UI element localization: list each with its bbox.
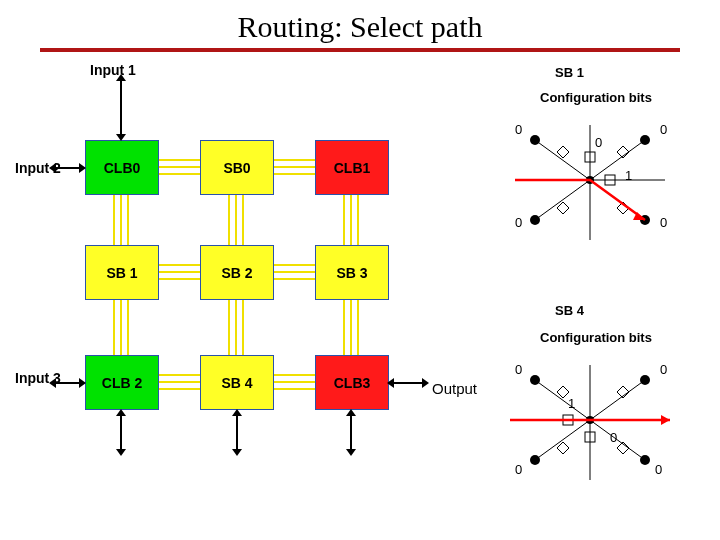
bus-r3c23 [274,374,315,390]
bus-c1r23 [113,300,129,355]
bus-r2c12 [159,264,200,280]
bus-c3r12 [343,195,359,245]
svg-point-16 [530,375,540,385]
block-sb4: SB 4 [200,355,274,410]
sb4-bit-bl: 0 [515,462,522,477]
arrow-clb3-down [350,415,352,450]
sb1-bit-tl: 0 [515,122,522,137]
sb1-bit-tc: 0 [595,135,602,150]
svg-point-6 [530,215,540,225]
bus-r1c23 [274,159,315,175]
block-clb1: CLB1 [315,140,389,195]
sb4-bit-mr: 0 [610,430,617,445]
sb1-detail: 0 0 0 1 0 0 [505,120,675,240]
label-sb4-title: SB 4 [555,303,584,318]
svg-point-4 [530,135,540,145]
bus-r2c23 [274,264,315,280]
arrow-clb2-down [120,415,122,450]
sb4-bit-br: 0 [655,462,662,477]
arrow-input2 [55,167,80,169]
arrow-input1 [120,80,122,135]
sb4-svg [505,360,675,490]
label-sb4-config: Configuration bits [540,330,652,345]
sb1-bit-tr: 0 [660,122,667,137]
sb4-bit-tl: 0 [515,362,522,377]
page-title: Routing: Select path [0,0,720,48]
block-sb1: SB 1 [85,245,159,300]
diagram-stage: Input 1 Input 2 Input 3 Output CLB0 SB0 … [0,50,720,540]
sb4-detail: 0 0 1 0 0 0 [505,360,675,480]
block-sb3: SB 3 [315,245,389,300]
bus-c2r12 [228,195,244,245]
block-clb2: CLB 2 [85,355,159,410]
arrow-sb4-down [236,415,238,450]
label-sb1-title: SB 1 [555,65,584,80]
bus-r1c12 [159,159,200,175]
svg-point-19 [640,455,650,465]
bus-c2r23 [228,300,244,355]
block-clb0: CLB0 [85,140,159,195]
sb4-bit-tr: 0 [660,362,667,377]
sb4-bit-mc: 1 [568,396,575,411]
svg-point-18 [530,455,540,465]
arrow-input3 [55,382,80,384]
svg-point-17 [640,375,650,385]
label-sb1-config: Configuration bits [540,90,652,105]
label-output: Output [432,380,477,397]
sb1-svg [505,120,675,250]
block-sb0: SB0 [200,140,274,195]
bus-r3c12 [159,374,200,390]
sb1-bit-br: 0 [660,215,667,230]
label-input1: Input 1 [90,62,136,78]
block-sb2: SB 2 [200,245,274,300]
bus-c1r12 [113,195,129,245]
bus-c3r23 [343,300,359,355]
svg-marker-24 [661,415,670,425]
sb1-bit-mr: 1 [625,168,632,183]
arrow-output [393,382,423,384]
svg-point-5 [640,135,650,145]
block-clb3: CLB3 [315,355,389,410]
sb1-bit-bl: 0 [515,215,522,230]
